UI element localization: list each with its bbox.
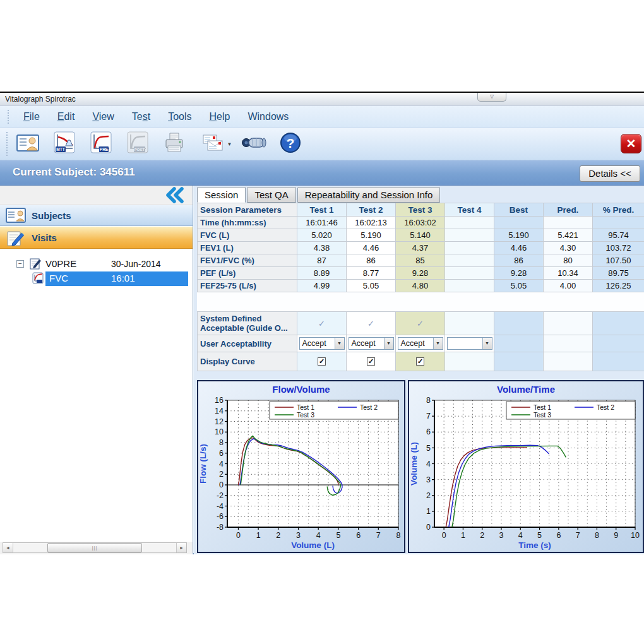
sidebar-item-visits[interactable]: Visits	[0, 226, 193, 249]
visit-note-icon	[29, 258, 42, 270]
table-cell: 4.37	[396, 242, 445, 254]
print-button[interactable]	[161, 131, 188, 157]
display-curve-checkbox[interactable]: ✓	[367, 357, 375, 366]
scroll-left-icon[interactable]: ◄	[3, 543, 13, 552]
svg-text:3: 3	[426, 475, 431, 484]
row-label: FEV1 (L)	[198, 242, 297, 254]
svg-text:3: 3	[296, 531, 301, 540]
acceptability-dropdown[interactable]: Accept▼	[398, 337, 443, 350]
menu-file[interactable]: File	[15, 109, 49, 125]
test-time: 16:01	[111, 273, 135, 283]
table-cell: 4.38	[297, 242, 347, 254]
tree-node-visit[interactable]: − V0PRE 30-Jun-2014	[0, 257, 193, 271]
current-subject-label: Current Subject: 345611	[13, 166, 135, 179]
user-acceptability-cell: ▼	[445, 335, 494, 352]
sidebar-horizontal-scrollbar[interactable]: ◄ ||| ►	[3, 542, 187, 553]
mtt-test-button[interactable]: MTT	[51, 131, 78, 157]
row-label: FEF25-75 (L/s)	[198, 280, 297, 292]
table-cell	[544, 217, 593, 229]
menu-windows[interactable]: Windows	[239, 109, 297, 125]
svg-text:Test 3: Test 3	[534, 411, 551, 419]
table-cell: 126.25	[593, 280, 644, 292]
svg-text:8: 8	[426, 397, 431, 405]
dropdown-arrow-icon[interactable]: ▼	[433, 338, 443, 349]
dropdown-arrow-icon[interactable]: ▼	[384, 338, 393, 349]
collapse-sidebar-icon[interactable]	[165, 187, 186, 203]
dropdown-arrow-icon[interactable]: ▼	[335, 338, 344, 349]
svg-text:8: 8	[219, 438, 224, 447]
table-cell: 5.190	[347, 229, 396, 242]
menu-help[interactable]: Help	[201, 109, 239, 125]
help-button[interactable]: ?	[277, 131, 304, 157]
tab-repeatability[interactable]: Repeatability and Session Info	[297, 187, 441, 203]
collapse-node-icon[interactable]: −	[16, 260, 24, 268]
fvc-test-icon	[32, 272, 44, 285]
display-curve-checkbox[interactable]: ✓	[318, 357, 326, 366]
scrollbar-thumb[interactable]: |||	[47, 543, 142, 552]
send-report-icon	[200, 130, 225, 158]
scroll-right-icon[interactable]: ►	[176, 543, 186, 552]
close-button[interactable]: ✕	[621, 134, 641, 153]
svg-text:Test 2: Test 2	[360, 403, 378, 411]
pre-test-button[interactable]: PRE	[88, 131, 114, 157]
tree-node-test-fvc[interactable]: FVC 16:01	[0, 271, 193, 286]
tab-test-qa[interactable]: Test QA	[247, 187, 295, 203]
send-dropdown-caret-icon[interactable]: ▼	[227, 141, 232, 147]
menu-test[interactable]: Test	[123, 109, 159, 125]
printer-icon	[162, 130, 187, 158]
dropdown-value: Accept	[398, 338, 433, 349]
table-cell: 107.50	[593, 254, 644, 267]
sidebar-item-subjects[interactable]: Subjects	[0, 205, 193, 226]
svg-text:8: 8	[397, 531, 401, 540]
acceptability-dropdown[interactable]: Accept▼	[299, 337, 345, 350]
table-cell: 4.99	[297, 280, 347, 292]
svg-text:2: 2	[219, 470, 224, 479]
post-test-button[interactable]: POST	[124, 131, 151, 157]
table-cell: 4.30	[544, 242, 593, 254]
titlebar-tab[interactable]: ▽	[477, 93, 506, 102]
svg-text:2: 2	[426, 491, 431, 500]
menu-tools[interactable]: Tools	[159, 109, 200, 125]
column-header: Session Parameters	[198, 203, 297, 217]
device-button[interactable]	[241, 131, 267, 157]
svg-text:2: 2	[480, 531, 484, 540]
svg-text:Flow (L/s): Flow (L/s)	[198, 444, 208, 484]
svg-text:10: 10	[631, 531, 640, 540]
subject-card-icon	[15, 130, 40, 158]
table-cell: 4.46	[494, 242, 544, 254]
system-acceptable-cell: ✓	[347, 312, 396, 335]
dropdown-value	[448, 338, 482, 349]
column-header: Test 4	[445, 203, 494, 217]
table-cell	[593, 217, 644, 229]
user-acceptability-cell: Accept▼	[396, 335, 445, 352]
system-acceptable-cell	[445, 312, 494, 335]
column-header: % Pred.	[593, 203, 644, 217]
table-cell	[494, 352, 544, 371]
acceptability-dropdown[interactable]: ▼	[447, 337, 492, 350]
table-row: PEF (L/s)8.898.779.289.2810.3489.75	[198, 267, 644, 280]
subject-details-button[interactable]	[15, 131, 41, 157]
send-report-button[interactable]: ▼	[198, 131, 234, 157]
row-label: Time (hh:mm:ss)	[198, 217, 297, 229]
table-cell: 5.190	[494, 229, 544, 242]
tab-session[interactable]: Session	[197, 187, 246, 203]
session-parameters-table: Session ParametersTest 1Test 2Test 3Test…	[197, 203, 644, 292]
acceptability-dropdown[interactable]: Accept▼	[349, 337, 394, 350]
display-curve-checkbox[interactable]: ✓	[416, 357, 424, 366]
details-toggle-button[interactable]: Details <<	[580, 165, 640, 182]
visits-label: Visits	[32, 232, 57, 243]
table-cell	[445, 229, 494, 242]
table-cell: 4.46	[347, 242, 396, 254]
table-cell: 8.77	[347, 267, 396, 280]
post-test-icon: POST	[125, 130, 150, 158]
table-cell	[494, 312, 544, 335]
table-cell	[544, 335, 593, 352]
table-row: FVC (L)5.0205.1905.1405.1905.42195.74	[198, 229, 644, 242]
menu-edit[interactable]: Edit	[49, 109, 84, 125]
svg-text:6: 6	[356, 531, 361, 540]
row-label: System DefinedAcceptable (Guide O...	[198, 312, 297, 335]
dropdown-arrow-icon[interactable]: ▼	[482, 338, 492, 349]
table-cell: 89.75	[593, 267, 644, 280]
menu-view[interactable]: View	[83, 109, 122, 125]
selected-test-row[interactable]: FVC 16:01	[45, 271, 188, 286]
